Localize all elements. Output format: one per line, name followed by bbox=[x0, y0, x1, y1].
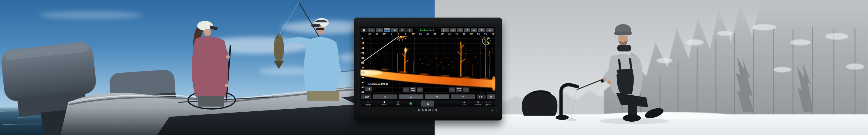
scope-button[interactable]: ◎ bbox=[406, 28, 413, 32]
scroll-double-down-button[interactable]: « bbox=[451, 94, 475, 99]
double-chevron-up-icon: « bbox=[383, 96, 386, 98]
nav-home[interactable]: ⌂ bbox=[421, 101, 434, 107]
sonar-view-button[interactable]: ▣ bbox=[361, 28, 367, 32]
neck-gaiter bbox=[617, 45, 631, 51]
zoom-in-button[interactable]: + bbox=[391, 28, 398, 32]
arrow-down-icon: ↓ bbox=[459, 29, 462, 32]
pants bbox=[307, 91, 339, 101]
beanie-band bbox=[614, 31, 632, 35]
gain-value[interactable]: Auto73% bbox=[456, 87, 462, 92]
auger-base bbox=[556, 115, 569, 120]
zoom-out-button[interactable]: − bbox=[376, 28, 383, 32]
ice-hole bbox=[566, 118, 576, 122]
menu-icon: ≡ bbox=[490, 96, 492, 98]
anchor-button[interactable]: ⚓ bbox=[441, 28, 450, 32]
face bbox=[204, 29, 211, 36]
chartplotter-screen: ▣ ∿ − + ⊘ ◎ Anchor Lock ⚓ ← ↓ ↑ → ⇅ ≡ 20… bbox=[361, 27, 495, 107]
forward-range-axis: 2015 105 05 1015 2025 3035 4045 5055 606… bbox=[366, 33, 495, 36]
scroll-up-button[interactable]: ∧ bbox=[399, 94, 424, 99]
nav-info[interactable]: i Info bbox=[391, 101, 405, 107]
snow-mound bbox=[598, 112, 731, 119]
chevron-down-icon: ∨ bbox=[436, 96, 438, 98]
sos-icon: ◉ bbox=[463, 101, 465, 104]
forward-range-minus-button[interactable]: − bbox=[403, 87, 409, 92]
source-label: LiveScope LVS32 bbox=[368, 83, 388, 85]
arrow-right-icon: → bbox=[473, 29, 475, 32]
light-sensor bbox=[496, 110, 497, 111]
nav-mark[interactable]: Mark bbox=[377, 101, 391, 107]
plus-icon: + bbox=[394, 29, 396, 32]
check-icon: ✓ bbox=[409, 102, 412, 105]
hand-upper bbox=[226, 55, 230, 59]
fish bbox=[274, 34, 284, 63]
double-chevron-down-icon: « bbox=[462, 96, 465, 98]
scroll-down-button[interactable]: ∨ bbox=[425, 94, 450, 99]
color-palette-swatch[interactable] bbox=[384, 28, 391, 32]
engage-icon: ◎ bbox=[367, 101, 369, 104]
anchor-lock-status: Anchor Lock bbox=[414, 28, 440, 32]
garmin-chartplotter: ▣ ∿ − + ⊘ ◎ Anchor Lock ⚓ ← ↓ ↑ → ⇅ ≡ 20… bbox=[354, 18, 502, 120]
livescope-sonar-view: 5 10 15 20 25 30 35 40 45 50 55 60 LiveS… bbox=[361, 36, 495, 94]
beam-direction-indicator bbox=[483, 37, 490, 45]
nav-sos[interactable]: ◉ SOS bbox=[458, 101, 471, 107]
forward-range-control: − Auto70ft + bbox=[403, 87, 423, 92]
hand-b bbox=[607, 80, 612, 84]
nav-options[interactable]: ••• Options bbox=[482, 101, 495, 107]
face bbox=[317, 26, 324, 34]
boat-icon: ➤ bbox=[481, 96, 483, 98]
arrow-up-icon: ↑ bbox=[466, 29, 468, 32]
fish-eye bbox=[277, 37, 278, 38]
front-boot bbox=[623, 114, 641, 122]
hero-banner: ▣ ∿ − + ⊘ ◎ Anchor Lock ⚓ ← ↓ ↑ → ⇅ ≡ 20… bbox=[0, 0, 868, 135]
arrow-left-icon: ← bbox=[452, 29, 455, 32]
fish-trail-button[interactable]: ∿ bbox=[368, 28, 375, 32]
mark-pin-icon bbox=[383, 101, 385, 104]
power-led bbox=[492, 110, 493, 111]
toolbar2-menu-button[interactable]: ≡ bbox=[487, 94, 495, 99]
bezel-indicators bbox=[492, 110, 497, 111]
jog-up-button[interactable]: ↑ bbox=[464, 28, 470, 32]
sonar-top-toolbar: ▣ ∿ − + ⊘ ◎ Anchor Lock ⚓ ← ↓ ↑ → ⇅ ≡ bbox=[361, 28, 495, 33]
options-icon: ••• bbox=[486, 101, 490, 104]
garmin-logo: GARMIN bbox=[354, 108, 502, 112]
pause-button[interactable] bbox=[365, 87, 372, 91]
hand-lower bbox=[225, 84, 229, 87]
up-down-icon: ⇅ bbox=[480, 29, 483, 32]
info-icon: i bbox=[397, 101, 399, 104]
menu-icon: ≡ bbox=[489, 29, 491, 32]
sunglasses bbox=[316, 28, 324, 30]
toolbar-menu-button[interactable]: ≡ bbox=[486, 28, 494, 32]
loop-off-button[interactable]: ⊘ bbox=[399, 28, 406, 32]
scope-circle-icon: ◎ bbox=[409, 29, 411, 32]
sonar-view-icon: ▣ bbox=[363, 29, 365, 32]
gain-plus-button[interactable]: + bbox=[463, 87, 469, 92]
home-icon: ⌂ bbox=[427, 102, 429, 105]
link-button[interactable] bbox=[361, 94, 371, 99]
anchor-icon: ⚓ bbox=[444, 29, 447, 32]
bib-panel bbox=[617, 69, 634, 94]
sonar-bottom-toolbar: « ∧ ∨ « ➤ ≡ bbox=[361, 94, 495, 99]
jog-right-button[interactable]: → bbox=[471, 28, 477, 32]
chevron-up-icon: ∧ bbox=[410, 96, 412, 98]
nav-engage[interactable]: ◎ Engage bbox=[361, 101, 374, 107]
fish-trail-icon: ∿ bbox=[371, 29, 373, 32]
nav-status-check[interactable]: ✓ bbox=[404, 101, 417, 107]
jog-left-button[interactable]: ← bbox=[450, 28, 456, 32]
gain-minus-button[interactable]: − bbox=[449, 87, 455, 92]
pants bbox=[198, 96, 224, 107]
boat-mode-button[interactable]: ➤ bbox=[477, 94, 486, 99]
forward-range-plus-button[interactable]: + bbox=[417, 87, 423, 92]
gain-control: − Auto73% + bbox=[449, 87, 469, 92]
updown-button[interactable]: ⇅ bbox=[478, 28, 486, 32]
toolbars-icon: ▤ bbox=[477, 101, 479, 104]
system-nav-bar: ◎ Engage Mark i Info ✓ ⌂ ◉ bbox=[361, 101, 495, 107]
link-icon bbox=[365, 95, 369, 99]
torso-maroon-shirt bbox=[192, 36, 228, 98]
scroll-double-up-button[interactable]: « bbox=[373, 94, 397, 99]
jog-down-button[interactable]: ↓ bbox=[457, 28, 463, 32]
gear-bag bbox=[522, 92, 557, 116]
forward-range-value[interactable]: Auto70ft bbox=[409, 87, 416, 92]
minus-icon: − bbox=[378, 29, 381, 32]
no-loop-icon: ⊘ bbox=[401, 29, 403, 32]
